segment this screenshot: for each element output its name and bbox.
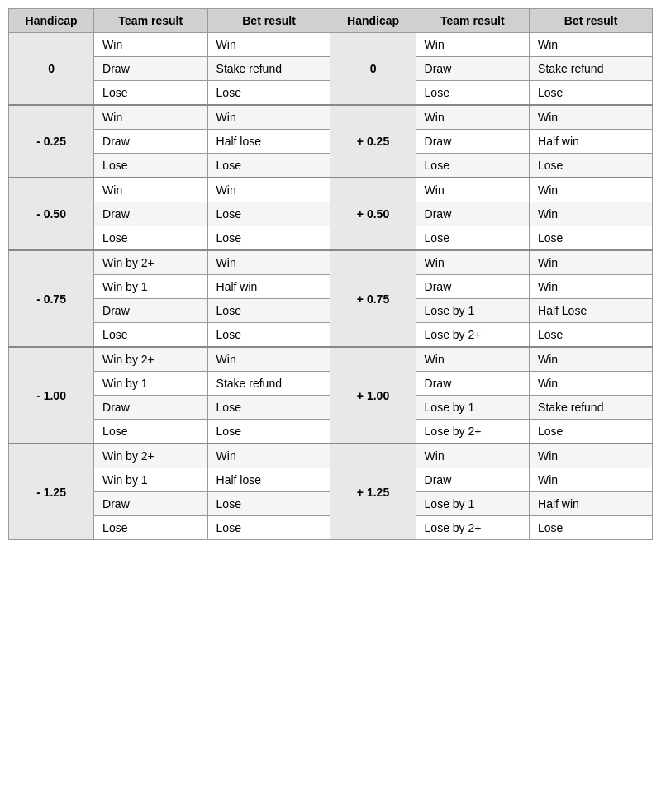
left-team-result: Lose: [94, 81, 207, 106]
table-row: - 1.25Win by 2+Win+ 1.25WinWin: [9, 444, 653, 468]
right-team-result: Lose by 1: [416, 492, 529, 516]
left-team-result: Win by 2+: [94, 347, 207, 372]
column-header-4: Team result: [416, 9, 529, 33]
left-bet-result: Win: [207, 444, 330, 468]
right-bet-result: Stake refund: [530, 396, 653, 420]
right-team-result: Lose: [416, 226, 529, 251]
right-handicap-cell: + 0.75: [330, 250, 416, 347]
right-team-result: Draw: [416, 130, 529, 154]
right-bet-result: Stake refund: [530, 57, 653, 81]
left-team-result: Win: [94, 105, 207, 130]
left-bet-result: Win: [207, 250, 330, 275]
left-handicap-cell: - 0.50: [9, 178, 94, 250]
left-team-result: Draw: [94, 492, 207, 516]
left-team-result: Draw: [94, 202, 207, 226]
left-team-result: Win by 1: [94, 468, 207, 492]
right-bet-result: Lose: [530, 226, 653, 251]
left-bet-result: Lose: [207, 516, 330, 540]
right-team-result: Lose: [416, 154, 529, 178]
left-bet-result: Lose: [207, 202, 330, 226]
right-team-result: Lose by 1: [416, 396, 529, 420]
left-team-result: Win by 2+: [94, 444, 207, 468]
right-bet-result: Half win: [530, 130, 653, 154]
right-bet-result: Win: [530, 275, 653, 299]
left-bet-result: Stake refund: [207, 372, 330, 396]
right-team-result: Draw: [416, 57, 529, 81]
left-team-result: Draw: [94, 299, 207, 323]
left-bet-result: Lose: [207, 492, 330, 516]
left-team-result: Win by 1: [94, 275, 207, 299]
right-handicap-cell: + 1.25: [330, 444, 416, 540]
left-handicap-cell: - 1.25: [9, 444, 94, 540]
left-bet-result: Win: [207, 105, 330, 130]
right-bet-result: Win: [530, 250, 653, 275]
right-bet-result: Win: [530, 202, 653, 226]
left-bet-result: Lose: [207, 226, 330, 251]
right-team-result: Win: [416, 33, 529, 57]
right-handicap-cell: + 1.00: [330, 347, 416, 444]
right-bet-result: Win: [530, 468, 653, 492]
left-handicap-cell: 0: [9, 33, 94, 106]
left-bet-result: Lose: [207, 420, 330, 444]
right-team-result: Lose by 2+: [416, 420, 529, 444]
left-team-result: Draw: [94, 130, 207, 154]
right-bet-result: Lose: [530, 516, 653, 540]
left-bet-result: Half lose: [207, 468, 330, 492]
right-team-result: Draw: [416, 275, 529, 299]
right-team-result: Draw: [416, 372, 529, 396]
header-row: HandicapTeam resultBet resultHandicapTea…: [9, 9, 653, 33]
right-team-result: Win: [416, 105, 529, 130]
right-team-result: Win: [416, 444, 529, 468]
left-team-result: Win: [94, 178, 207, 202]
left-team-result: Lose: [94, 420, 207, 444]
left-bet-result: Half lose: [207, 130, 330, 154]
right-bet-result: Half Lose: [530, 299, 653, 323]
right-bet-result: Win: [530, 444, 653, 468]
right-team-result: Lose by 2+: [416, 323, 529, 348]
right-bet-result: Win: [530, 372, 653, 396]
right-team-result: Lose by 2+: [416, 516, 529, 540]
left-bet-result: Lose: [207, 81, 330, 106]
left-team-result: Lose: [94, 323, 207, 348]
left-team-result: Draw: [94, 396, 207, 420]
left-bet-result: Lose: [207, 154, 330, 178]
column-header-0: Handicap: [9, 9, 94, 33]
right-bet-result: Win: [530, 178, 653, 202]
column-header-2: Bet result: [207, 9, 330, 33]
column-header-1: Team result: [94, 9, 207, 33]
left-bet-result: Lose: [207, 323, 330, 348]
left-bet-result: Win: [207, 347, 330, 372]
left-team-result: Lose: [94, 516, 207, 540]
table-row: - 0.50WinWin+ 0.50WinWin: [9, 178, 653, 202]
right-team-result: Draw: [416, 468, 529, 492]
right-bet-result: Lose: [530, 81, 653, 106]
right-team-result: Win: [416, 250, 529, 275]
left-bet-result: Half win: [207, 275, 330, 299]
right-bet-result: Win: [530, 347, 653, 372]
left-bet-result: Win: [207, 33, 330, 57]
left-bet-result: Win: [207, 178, 330, 202]
left-team-result: Draw: [94, 57, 207, 81]
right-team-result: Draw: [416, 202, 529, 226]
left-bet-result: Lose: [207, 396, 330, 420]
column-header-5: Bet result: [530, 9, 653, 33]
right-team-result: Lose: [416, 81, 529, 106]
right-bet-result: Lose: [530, 154, 653, 178]
table-row: - 0.25WinWin+ 0.25WinWin: [9, 105, 653, 130]
handicap-table: HandicapTeam resultBet resultHandicapTea…: [8, 8, 653, 540]
left-handicap-cell: - 1.00: [9, 347, 94, 444]
left-team-result: Lose: [94, 154, 207, 178]
table-row: - 0.75Win by 2+Win+ 0.75WinWin: [9, 250, 653, 275]
right-handicap-cell: + 0.50: [330, 178, 416, 250]
right-handicap-cell: + 0.25: [330, 105, 416, 178]
right-bet-result: Lose: [530, 420, 653, 444]
left-handicap-cell: - 0.25: [9, 105, 94, 178]
left-team-result: Win by 1: [94, 372, 207, 396]
table-row: 0WinWin0WinWin: [9, 33, 653, 57]
left-handicap-cell: - 0.75: [9, 250, 94, 347]
right-bet-result: Half win: [530, 492, 653, 516]
column-header-3: Handicap: [330, 9, 416, 33]
right-team-result: Win: [416, 178, 529, 202]
right-bet-result: Lose: [530, 323, 653, 348]
right-team-result: Win: [416, 347, 529, 372]
